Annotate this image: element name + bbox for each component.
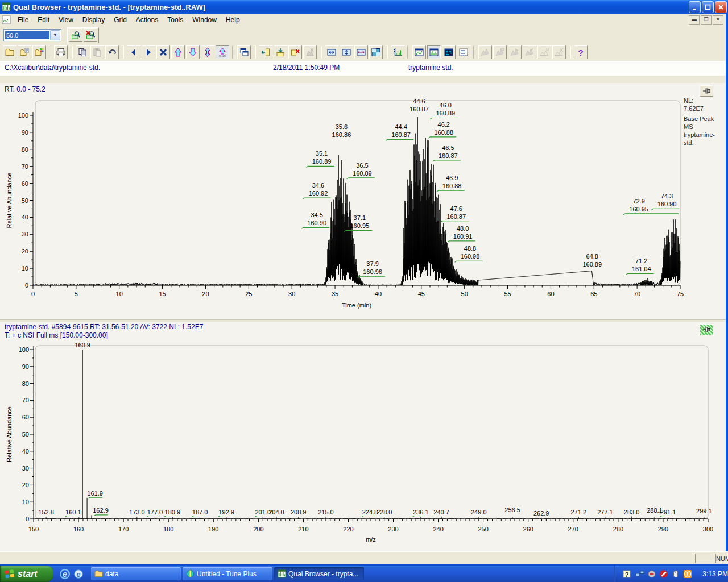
shrink-v-button[interactable] [340,45,353,59]
close-button[interactable] [715,1,727,13]
ball-icon [647,569,656,579]
peak-detect6-button[interactable] [552,45,566,59]
arrow-up-button[interactable] [171,45,185,59]
help-button[interactable]: ? [574,45,588,59]
chart-line-button[interactable] [412,45,426,59]
ie-quicklaunch-button[interactable]: e [59,568,71,580]
print-button[interactable] [54,45,68,59]
svg-text:Relative Abundance: Relative Abundance [6,173,13,228]
close-x-button[interactable] [156,45,170,59]
menu-edit[interactable]: Edit [33,15,54,25]
next-scan-button[interactable] [142,45,155,59]
raw-file-path: C:\Xcalibur\data\tryptamine-std. [5,64,100,72]
open-layout-button[interactable] [18,45,31,59]
help-icon: ? [576,48,585,57]
menu-display[interactable]: Display [78,15,109,25]
open-result-button[interactable] [32,45,46,59]
svg-text:70: 70 [22,163,28,170]
start-button[interactable]: start [0,566,53,582]
shrink-h-button[interactable] [325,45,338,59]
svg-text:160.89: 160.89 [582,261,602,268]
svg-text:80: 80 [22,146,28,153]
chart-stick-button[interactable] [427,45,441,59]
cascade-windows-button[interactable] [237,45,251,59]
checker-button[interactable] [369,45,383,59]
ball-tray-icon[interactable] [647,569,656,579]
taskbar-task-qual[interactable]: Qual Browser - trypta... [274,567,364,580]
undo-button[interactable] [105,45,119,59]
chromatogram-pane[interactable]: RT: 0.0 - 75.2 NL:7.62E7Base Peak MStryp… [0,83,728,319]
peak-detect2-button[interactable] [493,45,507,59]
chart-list-icon [459,48,468,57]
svg-text:270: 270 [568,526,578,533]
blocked-tray-icon[interactable] [659,569,668,579]
svg-text:161.9: 161.9 [87,490,103,497]
zoom-reset-button[interactable] [84,28,97,42]
cell-delete-button[interactable] [288,45,302,59]
msn-explorer-quicklaunch-button[interactable]: e [73,568,84,580]
menu-file[interactable]: File [13,15,33,25]
mdi-minimize-button[interactable]: ▬ [689,15,700,25]
mdi-close-button[interactable]: ✕ [713,15,723,25]
svg-text:160.87: 160.87 [391,131,411,138]
taskbar-task-untitled[interactable]: Untitled - Tune Plus [183,567,272,580]
svg-text:46.9: 46.9 [446,174,458,181]
cell-x-button[interactable] [303,45,317,59]
copy-button[interactable] [76,45,89,59]
help-tray-button[interactable]: ? [621,568,632,580]
minimize-button[interactable] [689,1,701,13]
windows-flag-icon [5,569,15,579]
toolbar-separator [254,46,256,59]
svg-text:160: 160 [73,526,84,533]
svg-text:0: 0 [26,516,29,522]
peak-detect1-button[interactable] [478,45,492,59]
chevron-down-icon[interactable]: ▼ [50,30,60,40]
svg-text:35.6: 35.6 [336,123,348,130]
maximize-button[interactable] [702,1,714,13]
warning-tray-icon[interactable]: ! [682,569,692,579]
arrow-updown-button[interactable] [201,45,214,59]
svg-text:25: 25 [245,290,252,297]
peak-detect4-button[interactable] [523,45,536,59]
mass-tolerance-combobox[interactable]: 50.0 ▼ [3,29,61,41]
arrow-down-icon [188,48,197,57]
taskbar-task-data[interactable]: data [91,567,181,580]
menu-tools[interactable]: Tools [163,15,188,25]
svg-text:240: 240 [433,526,443,533]
menu-actions[interactable]: Actions [131,15,163,25]
svg-text:162.9: 162.9 [93,507,109,514]
svg-text:65: 65 [590,290,597,297]
open-file-button[interactable] [3,45,16,59]
svg-text:170: 170 [118,526,129,533]
scale-button[interactable] [391,45,404,59]
menu-grid[interactable]: Grid [109,15,131,25]
network-tray-icon[interactable] [635,569,644,579]
acquisition-datetime: 2/18/2011 1:50:49 PM [273,64,340,72]
arrow-down-button[interactable] [186,45,200,59]
menu-window[interactable]: Window [188,15,221,25]
normalize-button[interactable]: 0-100 [216,45,229,59]
svg-text:50: 50 [22,197,28,204]
chart-heat-button[interactable] [442,45,456,59]
prev-scan-button[interactable] [127,45,140,59]
workspace-gap [0,76,728,83]
zoom-range-button[interactable] [69,28,82,42]
chart-list-button[interactable] [457,45,470,59]
cell-add-left-button[interactable] [259,45,272,59]
expand-button[interactable] [354,45,368,59]
peak-detect3-button[interactable] [508,45,522,59]
paste-button[interactable] [90,45,104,59]
mdi-restore-button[interactable]: ❐ [701,15,712,25]
menu-view[interactable]: View [54,15,78,25]
svg-text:44.6: 44.6 [413,98,425,105]
cell-add-down-button[interactable] [274,45,287,59]
menu-help[interactable]: Help [221,15,245,25]
tray-divider [614,566,615,582]
spectrum-pane[interactable]: tryptamine-std. #5894-9615 RT: 31.56-51.… [0,322,728,551]
open-result-icon [35,48,44,57]
mouse-tray-icon[interactable] [671,569,680,579]
svg-text:10: 10 [22,265,28,272]
peak-detect5-button[interactable]: M [537,45,551,59]
svg-text:160.88: 160.88 [434,129,453,136]
paste-icon [93,48,102,57]
